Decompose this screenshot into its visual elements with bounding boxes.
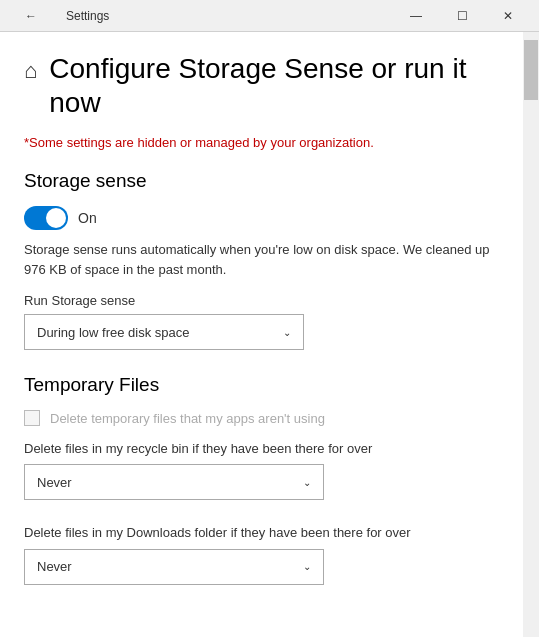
storage-sense-description: Storage sense runs automatically when yo… [24, 240, 499, 279]
toggle-row: On [24, 206, 499, 230]
temporary-files-header: Temporary Files [24, 374, 499, 396]
minimize-button[interactable]: — [393, 0, 439, 32]
title-bar-controls: — ☐ ✕ [393, 0, 531, 32]
title-bar: ← Settings — ☐ ✕ [0, 0, 539, 32]
scrollbar-thumb[interactable] [524, 40, 538, 100]
downloads-dropdown[interactable]: Never ⌄ [24, 549, 324, 585]
downloads-value: Never [37, 559, 72, 574]
recycle-bin-dropdown[interactable]: Never ⌄ [24, 464, 324, 500]
run-storage-sense-dropdown[interactable]: During low free disk space ⌄ [24, 314, 304, 350]
toggle-label: On [78, 210, 97, 226]
delete-temp-files-label: Delete temporary files that my apps aren… [50, 411, 325, 426]
title-bar-left: ← Settings [8, 0, 109, 32]
delete-temp-files-row: Delete temporary files that my apps aren… [24, 410, 499, 426]
maximize-button[interactable]: ☐ [439, 0, 485, 32]
recycle-bin-value: Never [37, 475, 72, 490]
downloads-label: Delete files in my Downloads folder if t… [24, 524, 499, 542]
chevron-down-icon: ⌄ [283, 327, 291, 338]
home-icon[interactable]: ⌂ [24, 58, 37, 84]
chevron-down-icon-recycle: ⌄ [303, 477, 311, 488]
title-bar-title: Settings [66, 9, 109, 23]
storage-sense-toggle[interactable] [24, 206, 68, 230]
run-storage-sense-label: Run Storage sense [24, 293, 499, 308]
scroll-area[interactable]: ⌂ Configure Storage Sense or run it now … [0, 32, 523, 637]
page-header: ⌂ Configure Storage Sense or run it now [24, 52, 499, 119]
run-storage-sense-value: During low free disk space [37, 325, 189, 340]
recycle-bin-label: Delete files in my recycle bin if they h… [24, 440, 499, 458]
page-title: Configure Storage Sense or run it now [49, 52, 499, 119]
scrollbar[interactable] [523, 32, 539, 637]
back-button[interactable]: ← [8, 0, 54, 32]
content-wrapper: ⌂ Configure Storage Sense or run it now … [0, 32, 539, 637]
chevron-down-icon-downloads: ⌄ [303, 561, 311, 572]
close-button[interactable]: ✕ [485, 0, 531, 32]
toggle-knob [46, 208, 66, 228]
delete-temp-files-checkbox[interactable] [24, 410, 40, 426]
temporary-files-section: Temporary Files Delete temporary files t… [24, 374, 499, 584]
warning-text: *Some settings are hidden or managed by … [24, 135, 499, 150]
storage-sense-header: Storage sense [24, 170, 499, 192]
